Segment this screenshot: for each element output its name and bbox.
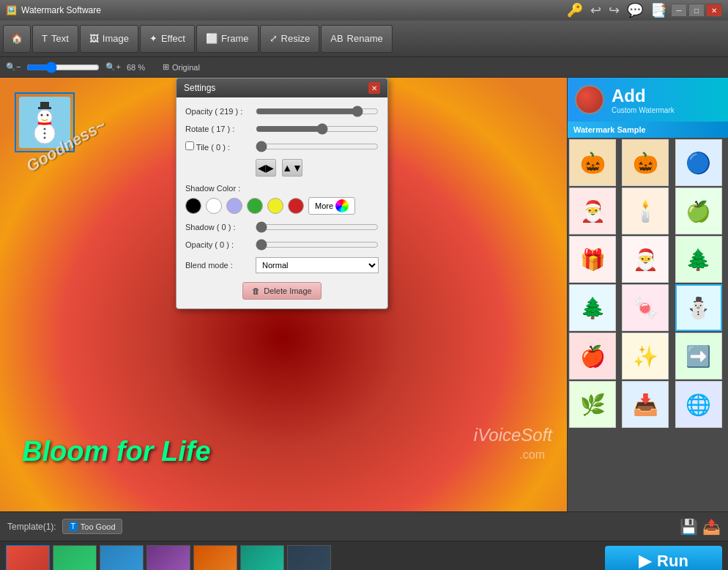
watermark-grid-inner: 🎃 🎃 🔵 🎅 🕯️ 🍏 🎁 🎅 🌲 🌲 🍬 ⛄ 🍎 ✨ ➡️ [569, 139, 727, 428]
wm-item-13[interactable]: ✨ [622, 333, 669, 380]
shadow-label: Shadow ( 0 ) : [185, 223, 251, 232]
wm-item-1[interactable]: 🎃 [622, 139, 669, 186]
zoom-out-icon[interactable]: 🔍− [6, 62, 21, 72]
thumbnail-0[interactable] [6, 545, 50, 570]
tile-label: Tile ( 0 ) : [185, 141, 251, 152]
right-panel: Add Custom Watermark Watermark Sample 🎃 … [567, 78, 728, 511]
frame-button[interactable]: ⬜ Frame [196, 25, 259, 53]
bookmark-icon[interactable]: 📑 [647, 0, 669, 21]
wm-item-7[interactable]: 🎅 [622, 236, 669, 283]
text-icon: T [42, 33, 48, 44]
zoom-slider[interactable] [26, 62, 100, 73]
create-text: Add Custom Watermark [612, 86, 675, 114]
blend-mode-label: Blend mode : [185, 261, 251, 270]
wm-item-3[interactable]: 🎅 [569, 188, 616, 234]
text-button[interactable]: T Text [32, 25, 78, 53]
maximize-button[interactable]: □ [688, 4, 705, 17]
move-vertical-button[interactable]: ▲▼ [282, 159, 302, 177]
color-white[interactable] [206, 198, 222, 214]
ivoicesoft-watermark: iVoiceSoft [474, 425, 552, 445]
thumbnail-6[interactable] [287, 545, 331, 570]
bottom-section: Template(1): T Too Good 💾 📤 ▶ Run Share … [0, 511, 728, 570]
template-name: Too Good [81, 522, 116, 531]
more-colors-button[interactable]: More [308, 197, 355, 215]
move-horizontal-button[interactable]: ◀▶ [256, 159, 276, 177]
chat-icon[interactable]: 💬 [624, 0, 646, 21]
color-yellow[interactable] [267, 198, 283, 214]
color-black[interactable] [185, 198, 201, 214]
tile-checkbox[interactable] [185, 141, 194, 150]
color-wheel-icon [335, 199, 349, 212]
close-button[interactable]: ✕ [706, 4, 722, 17]
rotate-label: Rotate ( 17 ) : [185, 125, 251, 133]
rotate-slider[interactable] [256, 124, 379, 134]
shadow-opacity-slider[interactable] [256, 240, 379, 250]
wm-item-8[interactable]: 🌲 [675, 236, 722, 283]
create-section: Add Custom Watermark [568, 78, 728, 122]
color-green[interactable] [247, 198, 263, 214]
wm-item-15[interactable]: 🌿 [569, 381, 616, 428]
thumbnail-1[interactable] [53, 545, 97, 570]
zoom-original-label: ⊞ Original [163, 62, 200, 72]
run-area: ▶ Run [605, 546, 722, 570]
settings-body: Opacity ( 219 ) : Rotate ( 17 ) : Tile (… [177, 97, 387, 308]
wm-item-17[interactable]: 🌐 [675, 381, 722, 428]
svg-point-3 [41, 114, 43, 116]
shadow-row: Shadow ( 0 ) : [185, 222, 379, 232]
tile-row: Tile ( 0 ) : [185, 141, 379, 152]
zoom-in-icon[interactable]: 🔍+ [105, 62, 120, 72]
settings-titlebar: Settings ✕ [177, 78, 387, 97]
blend-mode-select[interactable]: Normal Multiply Screen Overlay Darken Li… [256, 257, 379, 273]
minimize-button[interactable]: ─ [671, 4, 687, 17]
resize-button[interactable]: ⤢ Resize [260, 25, 320, 53]
tile-slider[interactable] [256, 141, 379, 152]
run-icon: ▶ [639, 552, 651, 570]
opacity-slider[interactable] [256, 106, 379, 116]
image-button[interactable]: 🖼 Image [80, 25, 138, 53]
thumbnail-2[interactable] [100, 545, 144, 570]
wm-item-9[interactable]: 🌲 [569, 284, 616, 331]
lock-icon[interactable]: 🔑 [564, 0, 586, 21]
wm-item-12[interactable]: 🍎 [569, 333, 616, 380]
thumbnail-5[interactable] [240, 545, 284, 570]
wm-item-2[interactable]: 🔵 [675, 139, 722, 186]
rotate-row: Rotate ( 17 ) : [185, 124, 379, 134]
settings-title: Settings [184, 83, 215, 93]
delete-image-button[interactable]: 🗑 Delete Image [242, 282, 321, 300]
export-button[interactable]: 📤 [702, 518, 721, 536]
settings-close-button[interactable]: ✕ [368, 82, 380, 94]
rename-button[interactable]: AB Rename [321, 25, 392, 53]
wm-item-0[interactable]: 🎃 [569, 139, 616, 186]
thumbnail-3[interactable] [146, 545, 190, 570]
resize-icon: ⤢ [270, 33, 278, 44]
save-button[interactable]: 💾 [680, 518, 698, 536]
home-button[interactable]: 🏠 [3, 25, 31, 53]
opacity-row: Opacity ( 219 ) : [185, 106, 379, 116]
svg-point-4 [47, 114, 49, 116]
titlebar: 🖼️ Watermark Software 🔑 ↩ ↪ 💬 📑 ─ □ ✕ [0, 0, 728, 21]
wm-item-16[interactable]: 📥 [622, 381, 669, 428]
shadow-slider[interactable] [256, 222, 379, 232]
template-chip[interactable]: T Too Good [62, 519, 122, 534]
undo-icon[interactable]: ↩ [587, 0, 604, 21]
effect-button[interactable]: ✦ Effect [140, 25, 195, 53]
svg-point-9 [44, 137, 46, 139]
canvas-area: Goodness~ Bloom for Life iVoiceSoft .com… [0, 78, 567, 511]
svg-rect-6 [40, 102, 49, 109]
thumbnail-4[interactable] [193, 545, 237, 570]
wm-item-11[interactable]: ⛄ [675, 284, 722, 331]
wm-item-10[interactable]: 🍬 [622, 284, 669, 331]
add-watermark-button[interactable] [575, 85, 604, 114]
redo-icon[interactable]: ↪ [606, 0, 623, 21]
wm-item-4[interactable]: 🕯️ [622, 188, 669, 234]
fit-icon: ⊞ [163, 62, 169, 72]
wm-item-5[interactable]: 🍏 [675, 188, 722, 234]
color-blue[interactable] [226, 198, 242, 214]
template-t-icon: T [69, 522, 78, 531]
color-red[interactable] [288, 198, 304, 214]
run-button[interactable]: ▶ Run [605, 546, 722, 570]
shadow-opacity-label: Opacity ( 0 ) : [185, 240, 251, 249]
wm-item-14[interactable]: ➡️ [675, 333, 722, 380]
wm-item-6[interactable]: 🎁 [569, 236, 616, 283]
shadow-opacity-row: Opacity ( 0 ) : [185, 240, 379, 250]
